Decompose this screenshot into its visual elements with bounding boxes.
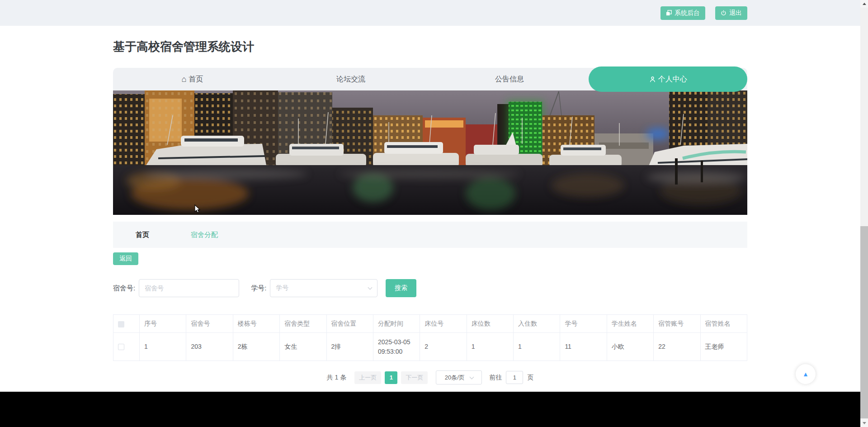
page: 系统后台 退出 基于高校宿舍管理系统设计 ⌂ 首页 论坛交流 公告信息 bbox=[0, 0, 860, 427]
col-student-id: 学号 bbox=[560, 315, 607, 333]
col-allocation-time: 分配时间 bbox=[373, 315, 420, 333]
topbar-inner: 系统后台 退出 bbox=[113, 0, 747, 26]
logout-label: 退出 bbox=[729, 9, 742, 17]
tab-announcements[interactable]: 公告信息 bbox=[430, 68, 589, 90]
cell-bed-count: 1 bbox=[467, 333, 513, 361]
dorm-number-label: 宿舍号: bbox=[113, 284, 135, 293]
goto-label: 前往 bbox=[489, 374, 502, 382]
breadcrumb: 首页 宿舍分配 bbox=[113, 222, 747, 248]
goto-page-group: 前往 页 bbox=[489, 371, 533, 384]
table-header-row: 序号 宿舍号 楼栋号 宿舍类型 宿舍位置 分配时间 床位号 床位数 入住数 学号… bbox=[113, 315, 747, 333]
cell-dorm-location: 2排 bbox=[326, 333, 373, 361]
pagination-total: 共 1 条 bbox=[327, 374, 347, 382]
cell-index: 1 bbox=[140, 333, 186, 361]
breadcrumb-current[interactable]: 宿舍分配 bbox=[191, 231, 218, 239]
page-size-label: 20条/页 bbox=[445, 374, 465, 382]
footer bbox=[0, 392, 860, 427]
tab-personal-center[interactable]: 个人中心 bbox=[589, 66, 747, 92]
student-id-label: 学号: bbox=[251, 284, 266, 293]
topbar: 系统后台 退出 bbox=[0, 0, 860, 26]
triangle-down-icon bbox=[863, 422, 866, 424]
student-id-select[interactable]: 学号 bbox=[270, 279, 377, 297]
admin-backend-button[interactable]: 系统后台 bbox=[660, 6, 705, 20]
power-icon bbox=[721, 10, 726, 16]
page-size-select[interactable]: 20条/页 bbox=[436, 370, 482, 384]
hero-image bbox=[113, 90, 747, 215]
row-checkbox[interactable] bbox=[118, 344, 124, 350]
col-dorm-location: 宿舍位置 bbox=[326, 315, 373, 333]
cell-dorm-type: 女生 bbox=[280, 333, 326, 361]
cell-manager-name: 王老师 bbox=[700, 333, 747, 361]
col-student-name: 学生姓名 bbox=[607, 315, 653, 333]
tab-personal-center-label: 个人中心 bbox=[658, 75, 687, 84]
page-title: 基于高校宿舍管理系统设计 bbox=[113, 26, 747, 55]
page-unit-label: 页 bbox=[527, 374, 533, 382]
home-icon: ⌂ bbox=[181, 75, 186, 83]
col-bed-count: 床位数 bbox=[467, 315, 513, 333]
cell-occupancy-count: 1 bbox=[514, 333, 560, 361]
col-dorm-type: 宿舍类型 bbox=[280, 315, 326, 333]
scroll-down-arrow[interactable] bbox=[860, 419, 868, 427]
student-id-select-placeholder: 学号 bbox=[276, 284, 288, 292]
header-checkbox-cell bbox=[113, 315, 140, 333]
chevron-down-icon bbox=[469, 375, 474, 379]
cell-bed-number: 2 bbox=[420, 333, 467, 361]
search-form: 宿舍号: 学号: 学号 搜索 bbox=[113, 279, 747, 297]
pagination: 共 1 条 上一页 1 下一页 20条/页 前往 页 bbox=[113, 370, 747, 384]
dorm-allocation-table: 序号 宿舍号 楼栋号 宿舍类型 宿舍位置 分配时间 床位号 床位数 入住数 学号… bbox=[113, 314, 747, 361]
chevron-down-icon bbox=[368, 285, 373, 290]
col-dorm-number: 宿舍号 bbox=[186, 315, 233, 333]
main-content: 基于高校宿舍管理系统设计 ⌂ 首页 论坛交流 公告信息 个人中心 bbox=[113, 26, 747, 384]
back-button[interactable]: 返回 bbox=[113, 252, 138, 265]
prev-page-button[interactable]: 上一页 bbox=[354, 371, 381, 384]
windows-icon bbox=[666, 10, 672, 16]
search-button[interactable]: 搜索 bbox=[386, 279, 416, 297]
next-page-button[interactable]: 下一页 bbox=[401, 371, 428, 384]
row-checkbox-cell bbox=[113, 333, 140, 361]
table-row: 1 203 2栋 女生 2排 2025-03-05 09:53:00 2 1 1… bbox=[113, 333, 747, 361]
col-building-number: 楼栋号 bbox=[233, 315, 279, 333]
dorm-number-input[interactable] bbox=[139, 279, 239, 297]
breadcrumb-home[interactable]: 首页 bbox=[136, 231, 149, 239]
goto-page-input[interactable] bbox=[506, 371, 523, 384]
caret-up-icon: ▲ bbox=[802, 371, 809, 377]
triangle-up-icon bbox=[863, 3, 866, 5]
hero-marina-illustration bbox=[113, 90, 747, 215]
col-index: 序号 bbox=[140, 315, 186, 333]
page-number-1[interactable]: 1 bbox=[385, 371, 397, 384]
cell-manager-account: 22 bbox=[654, 333, 700, 361]
nav-tabs: ⌂ 首页 论坛交流 公告信息 个人中心 bbox=[113, 68, 747, 90]
cell-allocation-time: 2025-03-05 09:53:00 bbox=[373, 333, 420, 361]
col-manager-name: 宿管姓名 bbox=[700, 315, 747, 333]
tab-home-label: 首页 bbox=[189, 75, 203, 84]
scrollbar[interactable] bbox=[860, 0, 868, 427]
cell-dorm-number: 203 bbox=[186, 333, 233, 361]
col-bed-number: 床位号 bbox=[420, 315, 467, 333]
scrollbar-thumb[interactable] bbox=[860, 226, 868, 418]
cell-student-name: 小欧 bbox=[607, 333, 653, 361]
tab-forum[interactable]: 论坛交流 bbox=[272, 68, 430, 90]
scroll-up-arrow[interactable] bbox=[860, 0, 868, 8]
col-manager-account: 宿管账号 bbox=[654, 315, 700, 333]
user-icon bbox=[649, 76, 656, 83]
tab-home[interactable]: ⌂ 首页 bbox=[113, 68, 272, 90]
col-occupancy-count: 入住数 bbox=[514, 315, 560, 333]
admin-backend-label: 系统后台 bbox=[675, 9, 700, 17]
tab-forum-label: 论坛交流 bbox=[336, 75, 365, 84]
back-to-top-button[interactable]: ▲ bbox=[796, 364, 816, 384]
tab-announcements-label: 公告信息 bbox=[495, 75, 524, 84]
select-all-checkbox[interactable] bbox=[118, 321, 124, 327]
cell-building-number: 2栋 bbox=[233, 333, 279, 361]
cell-student-id: 11 bbox=[560, 333, 607, 361]
logout-button[interactable]: 退出 bbox=[715, 6, 747, 20]
